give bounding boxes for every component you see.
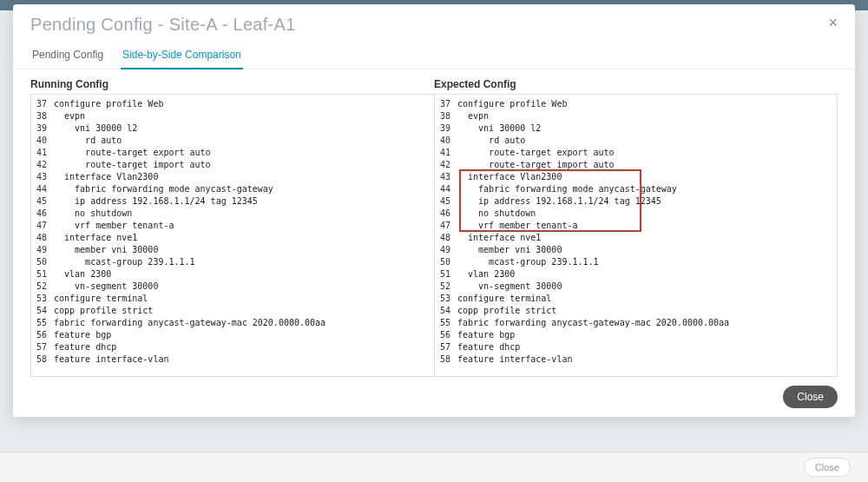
line-number: 41 xyxy=(33,147,54,159)
code-line: 43 interface Vlan2300 xyxy=(437,171,835,183)
line-content: vni 30000 l2 xyxy=(54,122,432,135)
running-config-title: Running Config xyxy=(30,78,434,94)
modal-header: Pending Config - Site-A - Leaf-A1 × xyxy=(13,4,855,42)
line-content: no shutdown xyxy=(54,208,432,220)
code-line: 41 route-target export auto xyxy=(437,147,835,159)
code-line: 51 vlan 2300 xyxy=(437,268,835,281)
line-number: 56 xyxy=(437,329,457,341)
background-close-button[interactable]: Close xyxy=(804,458,851,477)
close-icon[interactable]: × xyxy=(828,15,838,30)
line-content: route-target import auto xyxy=(54,159,432,171)
tab-pending-config[interactable]: Pending Config xyxy=(30,42,105,69)
line-number: 39 xyxy=(33,122,54,135)
code-line: 55fabric forwarding anycast-gateway-mac … xyxy=(33,317,432,329)
code-line: 48 interface nve1 xyxy=(437,232,835,244)
line-content: fabric forwarding anycast-gateway-mac 20… xyxy=(54,317,432,329)
code-line: 58feature interface-vlan xyxy=(33,353,432,366)
line-number: 47 xyxy=(33,220,54,232)
modal-footer: Close xyxy=(13,377,855,417)
code-line: 53configure terminal xyxy=(437,293,835,305)
line-number: 46 xyxy=(33,208,54,220)
tab-bar: Pending Config Side-by-Side Comparison xyxy=(13,42,855,69)
code-line: 47 vrf member tenant-a xyxy=(33,220,432,232)
line-number: 39 xyxy=(437,122,457,135)
line-content: interface Vlan2300 xyxy=(54,171,432,183)
line-number: 37 xyxy=(437,98,457,110)
expected-config-body[interactable]: 37configure profile Web38 evpn39 vni 300… xyxy=(434,94,838,377)
code-line: 58feature interface-vlan xyxy=(437,353,835,366)
code-line: 48 interface nve1 xyxy=(33,232,432,244)
code-line: 57feature dhcp xyxy=(437,341,835,353)
line-content: feature bgp xyxy=(54,329,432,341)
line-content: feature bgp xyxy=(457,329,835,341)
line-content: ip address 192.168.1.1/24 tag 12345 xyxy=(457,195,835,208)
code-line: 40 rd auto xyxy=(437,135,835,147)
line-content: evpn xyxy=(54,110,432,122)
line-content: member vni 30000 xyxy=(457,244,835,256)
line-number: 40 xyxy=(437,135,457,147)
code-line: 54copp profile strict xyxy=(437,305,835,317)
line-content: route-target export auto xyxy=(457,147,835,159)
line-content: interface nve1 xyxy=(54,232,432,244)
background-footer: Close xyxy=(0,452,868,482)
line-number: 43 xyxy=(33,171,54,183)
line-content: route-target import auto xyxy=(457,159,835,171)
line-content: route-target export auto xyxy=(54,147,432,159)
line-content: evpn xyxy=(457,110,835,122)
code-line: 49 member vni 30000 xyxy=(437,244,835,256)
code-line: 54copp profile strict xyxy=(33,305,432,317)
line-content: configure terminal xyxy=(54,293,432,305)
code-line: 57feature dhcp xyxy=(33,341,432,353)
line-number: 37 xyxy=(33,98,54,110)
line-number: 54 xyxy=(33,305,54,317)
line-number: 51 xyxy=(437,268,457,281)
line-number: 42 xyxy=(437,159,457,171)
line-number: 52 xyxy=(437,281,457,293)
line-number: 57 xyxy=(437,341,457,353)
compare-wrapper: Running Config 37configure profile Web38… xyxy=(13,69,855,377)
line-number: 42 xyxy=(33,159,54,171)
running-config-body[interactable]: 37configure profile Web38 evpn39 vni 300… xyxy=(30,94,434,377)
code-line: 50 mcast-group 239.1.1.1 xyxy=(33,256,432,268)
code-line: 51 vlan 2300 xyxy=(33,268,432,281)
line-number: 51 xyxy=(33,268,54,281)
line-content: copp profile strict xyxy=(457,305,835,317)
line-number: 48 xyxy=(33,232,54,244)
code-line: 45 ip address 192.168.1.1/24 tag 12345 xyxy=(437,195,835,208)
code-line: 50 mcast-group 239.1.1.1 xyxy=(437,256,835,268)
line-number: 38 xyxy=(33,110,54,122)
line-number: 56 xyxy=(33,329,54,341)
line-content: mcast-group 239.1.1.1 xyxy=(54,256,432,268)
code-line: 52 vn-segment 30000 xyxy=(437,281,835,293)
line-number: 55 xyxy=(33,317,54,329)
line-content: feature interface-vlan xyxy=(457,353,835,366)
line-number: 45 xyxy=(33,195,54,208)
line-content: interface Vlan2300 xyxy=(457,171,835,183)
line-content: vrf member tenant-a xyxy=(54,220,432,232)
line-content: feature dhcp xyxy=(54,341,432,353)
code-line: 39 vni 30000 l2 xyxy=(33,122,432,135)
code-line: 44 fabric forwarding mode anycast-gatewa… xyxy=(437,183,835,195)
code-line: 38 evpn xyxy=(33,110,432,122)
running-config-pane: Running Config 37configure profile Web38… xyxy=(30,78,434,377)
line-content: interface nve1 xyxy=(457,232,835,244)
code-line: 45 ip address 192.168.1.1/24 tag 12345 xyxy=(33,195,432,208)
line-number: 44 xyxy=(437,183,457,195)
line-content: fabric forwarding mode anycast-gateway xyxy=(54,183,432,195)
line-number: 52 xyxy=(33,281,54,293)
line-number: 54 xyxy=(437,305,457,317)
tab-side-by-side[interactable]: Side-by-Side Comparison xyxy=(121,42,243,69)
line-number: 47 xyxy=(437,220,457,232)
line-content: rd auto xyxy=(457,135,835,147)
line-content: configure terminal xyxy=(457,293,835,305)
code-line: 55fabric forwarding anycast-gateway-mac … xyxy=(437,317,835,329)
code-line: 53configure terminal xyxy=(33,293,432,305)
line-content: vrf member tenant-a xyxy=(457,220,835,232)
line-number: 57 xyxy=(33,341,54,353)
close-button[interactable]: Close xyxy=(783,386,838,408)
code-line: 40 rd auto xyxy=(33,135,432,147)
code-line: 37configure profile Web xyxy=(437,98,835,110)
code-line: 38 evpn xyxy=(437,110,835,122)
line-number: 43 xyxy=(437,171,457,183)
line-content: configure profile Web xyxy=(457,98,835,110)
